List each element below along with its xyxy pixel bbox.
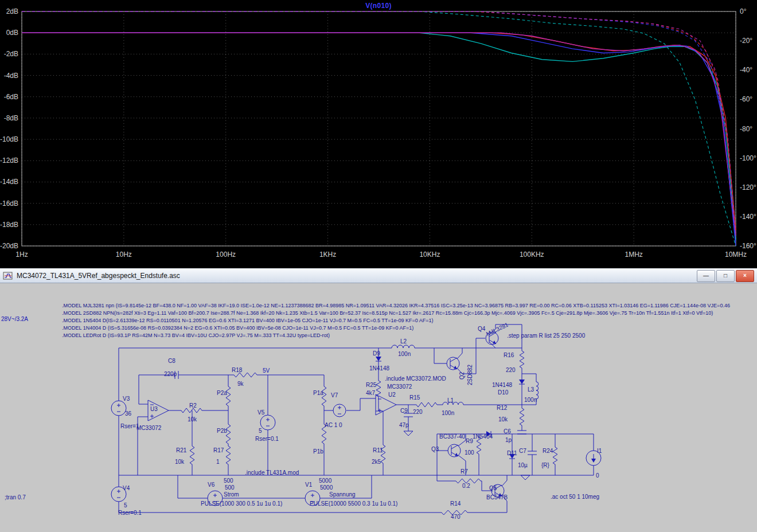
- spice-directive[interactable]: .include MC33072.MOD: [385, 375, 446, 382]
- schematic-label[interactable]: P2a: [217, 390, 227, 396]
- schematic-label[interactable]: 500: [225, 484, 235, 491]
- schematic-label[interactable]: V6: [208, 482, 214, 488]
- resistor-R25[interactable]: [376, 381, 381, 397]
- resistor-R24[interactable]: [553, 447, 557, 464]
- wire[interactable]: [458, 455, 466, 461]
- schematic-label[interactable]: P1b: [313, 448, 323, 455]
- schematic-label[interactable]: 220: [506, 367, 516, 373]
- schematic-label[interactable]: BC337-40: [439, 433, 465, 440]
- resistor-R2[interactable]: [181, 408, 202, 413]
- schematic-label[interactable]: R15: [409, 394, 420, 401]
- schematic-label[interactable]: 10k: [188, 416, 197, 423]
- schematic-label[interactable]: 5V: [263, 367, 270, 374]
- schematic-label[interactable]: 220p: [164, 371, 177, 377]
- spice-directive[interactable]: .step param R list 25 250 2500: [507, 332, 585, 339]
- schematic-titlebar[interactable]: MC34072_TL431A_5VRef_abgespeckt_Endstufe…: [0, 268, 757, 283]
- spice-directive[interactable]: ;tran 0.7: [5, 494, 26, 500]
- schematic-label[interactable]: U3: [150, 406, 158, 412]
- schematic-label[interactable]: 0.2: [462, 483, 470, 489]
- transistor-Q3[interactable]: [448, 444, 461, 457]
- schematic-label[interactable]: R9: [466, 438, 473, 444]
- schematic-label[interactable]: 4k7: [366, 390, 375, 396]
- schematic-label[interactable]: R7: [461, 468, 468, 475]
- schematic-label[interactable]: C7: [519, 448, 526, 454]
- schematic-label[interactable]: L2: [400, 338, 407, 345]
- schematic-label[interactable]: R24: [543, 448, 553, 454]
- schematic-label[interactable]: Q2: [459, 372, 465, 380]
- schematic-label[interactable]: 100n: [442, 410, 454, 416]
- schematic-label[interactable]: U2: [388, 392, 396, 398]
- transistor-Q2[interactable]: [447, 357, 459, 370]
- schematic-label[interactable]: 5000: [319, 478, 331, 484]
- schematic-label[interactable]: L3: [528, 386, 534, 393]
- schematic-label[interactable]: PULSE(1000 300 0.5 1u 1u 0.1): [201, 500, 282, 507]
- spice-directive[interactable]: .MODEL 1N4004 D (IS=5.31656e-08 RS=0.039…: [62, 325, 413, 331]
- schematic-label[interactable]: 1: [216, 459, 220, 465]
- schematic-label[interactable]: C9: [400, 408, 408, 414]
- schematic-label[interactable]: 100n: [398, 351, 411, 357]
- schematic-label[interactable]: Q5: [489, 485, 497, 491]
- schematic-label[interactable]: 5000: [320, 484, 333, 491]
- schematic-label[interactable]: 9k: [237, 381, 244, 387]
- schematic-label[interactable]: PULSE(10000 5500 0.3 1u 1u 0.1): [310, 500, 397, 507]
- resistor-R17[interactable]: [226, 446, 231, 464]
- resistor-R15[interactable]: [416, 402, 437, 407]
- diode-D9[interactable]: [376, 357, 381, 361]
- spice-directive[interactable]: .MODEL 2SD882 NPN(Is=282f Xti=3 Eg=1.11 …: [62, 310, 713, 316]
- schematic-label[interactable]: L1: [447, 397, 454, 404]
- wire[interactable]: [458, 440, 466, 446]
- schematic-label[interactable]: C8: [168, 358, 175, 364]
- ground-symbol[interactable]: [404, 431, 413, 436]
- schematic-label[interactable]: Q4: [478, 326, 485, 332]
- minimize-button[interactable]: —: [697, 270, 715, 282]
- schematic-label[interactable]: 0: [596, 472, 599, 479]
- schematic-label[interactable]: R11: [373, 447, 383, 453]
- schematic-label[interactable]: MC33072: [136, 425, 161, 431]
- schematic-label[interactable]: P2b: [217, 428, 227, 434]
- schematic-label[interactable]: 5: [259, 428, 262, 434]
- transistor-Q3[interactable]: [451, 445, 458, 449]
- schematic-label[interactable]: 47p: [399, 422, 409, 428]
- schematic-label[interactable]: 2SD882: [467, 365, 473, 385]
- schematic-label[interactable]: V3: [123, 396, 130, 402]
- schematic-label[interactable]: 500: [224, 478, 233, 484]
- schematic-label[interactable]: D11: [507, 450, 517, 456]
- schematic-label[interactable]: I1: [597, 448, 602, 454]
- schematic-label[interactable]: R18: [232, 367, 242, 373]
- schematic-label[interactable]: C6: [504, 428, 511, 435]
- source-V3[interactable]: [111, 401, 126, 416]
- schematic-label[interactable]: R12: [497, 405, 507, 411]
- resistor-R18[interactable]: [234, 373, 257, 377]
- schematic-label[interactable]: MC33072: [387, 384, 412, 390]
- schematic-label[interactable]: R14: [450, 500, 461, 507]
- schematic-label[interactable]: 1N5404: [473, 433, 493, 440]
- source-V5[interactable]: [260, 415, 275, 430]
- wire[interactable]: [457, 353, 462, 359]
- spice-directive[interactable]: .MODEL 1N5404 D(IS=2.61339e-12 RS=0.0110…: [62, 318, 434, 324]
- maximize-button[interactable]: □: [716, 270, 735, 282]
- schematic-label[interactable]: 10k: [498, 416, 508, 423]
- schematic-label[interactable]: Rser=0.1: [255, 436, 279, 442]
- schematic-label[interactable]: D10: [498, 389, 508, 396]
- resistor-R12[interactable]: [520, 408, 524, 425]
- spice-directive[interactable]: .include TL431A.mod: [245, 470, 299, 476]
- schematic-label[interactable]: R21: [176, 447, 186, 453]
- transistor-Q2[interactable]: [450, 358, 457, 362]
- schematic-label[interactable]: R25: [366, 382, 376, 388]
- schematic-label[interactable]: R2: [189, 402, 197, 409]
- schematic-label[interactable]: V4: [123, 485, 130, 491]
- schematic-label[interactable]: 10k: [175, 459, 184, 465]
- current-source-I1[interactable]: [591, 459, 596, 463]
- inductor-L2[interactable]: [392, 345, 415, 348]
- schematic-label[interactable]: V7: [331, 392, 338, 398]
- schematic-label[interactable]: 28V~/3.2A: [1, 316, 28, 322]
- schematic-label[interactable]: AC 1 0: [325, 422, 342, 428]
- close-button[interactable]: ×: [736, 270, 754, 282]
- diode-D10[interactable]: [519, 380, 525, 384]
- ground-symbol[interactable]: [521, 475, 530, 480]
- schematic-label[interactable]: 10µ: [518, 462, 528, 468]
- schematic-label[interactable]: 1p: [505, 437, 512, 443]
- schematic-label[interactable]: BC547B: [486, 494, 508, 500]
- schematic-label[interactable]: 5: [124, 502, 127, 508]
- schematic-label[interactable]: Q3: [431, 446, 439, 452]
